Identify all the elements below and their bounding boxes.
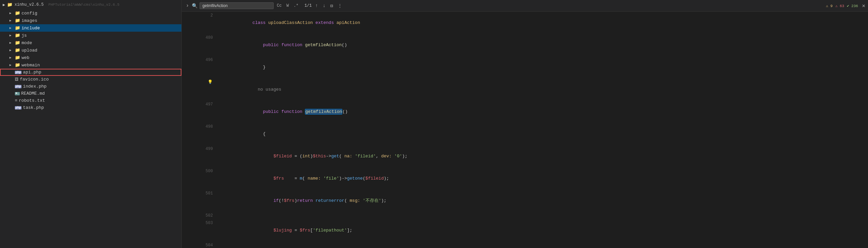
table-row: 497 public function getmfilvAction() <box>182 101 868 123</box>
sidebar-header: ▶ 📁 xinhu_v2.6.5 PHPTutorial\WWW\cms\xin… <box>0 0 181 9</box>
hint-row: 💡 no usages <box>182 79 868 101</box>
chevron-icon: ▶ <box>9 48 13 52</box>
php-badge: php <box>15 106 22 110</box>
sidebar-item-mode[interactable]: ▶ 📁 mode <box>0 39 181 47</box>
sidebar-item-api-php[interactable]: ▶ php api.php <box>0 69 181 76</box>
sidebar-item-upload[interactable]: ▶ 📁 upload <box>0 47 181 54</box>
line-number: 496 <box>182 56 218 79</box>
sidebar-item-task-php[interactable]: ▶ php task.php <box>0 104 181 111</box>
table-row: 499 $fileid = (int)$this->get( na: 'file… <box>182 145 868 167</box>
sidebar-item-favicon[interactable]: ▶ 🖼 favicon.ico <box>0 76 181 83</box>
table-row: 496 } <box>182 56 868 79</box>
ok-badge: ✔ 236 <box>847 4 858 8</box>
sidebar-item-label: js <box>22 33 27 38</box>
line-code: $frs = m( name: 'file')->getone($fileid)… <box>218 167 868 190</box>
sidebar-toggle-icon[interactable]: › <box>183 3 192 9</box>
chevron-icon: ▶ <box>9 63 13 67</box>
sidebar-item-label: README.md <box>21 91 45 96</box>
line-number: 504 <box>182 242 218 248</box>
search-icon: 🔍 <box>192 3 197 9</box>
line-number: 500 <box>182 167 218 190</box>
search-options-regex[interactable]: .* <box>292 3 300 9</box>
line-number: 480 <box>182 34 218 56</box>
prev-match-icon[interactable]: ↑ <box>314 2 319 9</box>
code-editor[interactable]: 2 class uploadClassAction extends apiAct… <box>182 12 868 248</box>
sidebar-item-readme[interactable]: ▶ M↓ README.md <box>0 90 181 97</box>
folder-icon: 📁 <box>15 62 20 68</box>
line-code: class uploadClassAction extends apiActio… <box>218 12 868 34</box>
table-row: 500 $frs = m( name: 'file')->getone($fil… <box>182 167 868 190</box>
sidebar-item-config[interactable]: ▶ 📁 config <box>0 9 181 17</box>
sidebar-item-index-php[interactable]: ▶ php index.php <box>0 83 181 90</box>
sidebar-item-include[interactable]: ▶ 📁 include <box>0 24 181 32</box>
line-code: { <box>218 123 868 145</box>
php-badge: php <box>15 71 22 74</box>
table-row: 504 if(isempt($lujing)){ <box>182 242 868 248</box>
editor-area: › 🔍 Cc W .* 1/1 ↑ ↓ ⊟ ⋮ ⚠ 9 ⚠ 63 ✔ 236 ✕ <box>182 0 868 248</box>
line-code: } <box>218 56 868 79</box>
folder-icon: 📁 <box>15 55 20 60</box>
table-row: 502 <box>182 212 868 219</box>
project-name: xinhu_v2.6.5 <box>14 2 43 7</box>
line-code: if(!$frs)return returnerror( msg: '不存在')… <box>218 190 868 212</box>
sidebar-item-label: web <box>22 55 29 60</box>
editor-search-bar: 🔍 Cc W .* 1/1 ↑ ↓ ⊟ ⋮ ⚠ 9 ⚠ 63 ✔ 236 ✕ <box>192 2 867 10</box>
filter-icon[interactable]: ⊟ <box>329 2 334 9</box>
code-table: 2 class uploadClassAction extends apiAct… <box>182 12 868 248</box>
sidebar-item-images[interactable]: ▶ 📁 images <box>0 17 181 24</box>
error-badge: ⚠ 63 <box>835 4 844 8</box>
folder-icon: 📁 <box>15 10 20 16</box>
sidebar-item-label: upload <box>22 48 37 53</box>
chevron-icon: ▶ <box>9 33 13 37</box>
close-search-icon[interactable]: ✕ <box>861 2 867 10</box>
warning-badge: ⚠ 9 <box>826 4 833 8</box>
line-code: $lujing = $frs['filepathout']; <box>218 219 868 242</box>
line-number: 499 <box>182 145 218 167</box>
sidebar-item-label: api.php <box>23 70 41 75</box>
table-row: 480 public function getmfileAction() <box>182 34 868 56</box>
folder-icon: 📁 <box>15 40 20 46</box>
chevron-icon: ▶ <box>9 11 13 15</box>
more-options-icon[interactable]: ⋮ <box>336 2 344 9</box>
expand-icon: ▶ <box>3 2 5 7</box>
line-number: 502 <box>182 212 218 219</box>
editor-tab-bar: › 🔍 Cc W .* 1/1 ↑ ↓ ⊟ ⋮ ⚠ 9 ⚠ 63 ✔ 236 ✕ <box>182 0 868 12</box>
search-options-w[interactable]: W <box>285 3 290 9</box>
line-number: 503 <box>182 219 218 242</box>
chevron-icon: ▶ <box>9 56 13 60</box>
table-row: 501 if(!$frs)return returnerror( msg: '不… <box>182 190 868 212</box>
search-options-cc[interactable]: Cc <box>276 3 283 9</box>
sidebar-item-label: include <box>22 26 40 31</box>
line-number: 498 <box>182 123 218 145</box>
hint-text: no usages <box>218 79 868 101</box>
line-code: if(isempt($lujing)){ <box>218 242 868 248</box>
line-number: 501 <box>182 190 218 212</box>
search-input[interactable] <box>199 2 274 9</box>
md-badge: M↓ <box>15 92 20 95</box>
sidebar-item-label: robots.txt <box>19 98 45 103</box>
sidebar-item-label: mode <box>22 40 32 46</box>
file-tree: ▶ 📁 xinhu_v2.6.5 PHPTutorial\WWW\cms\xin… <box>0 0 182 248</box>
next-match-icon[interactable]: ↓ <box>321 2 327 9</box>
project-path: PHPTutorial\WWW\cms\xinhu_v2.6.5 <box>49 3 120 7</box>
folder-icon: 📁 <box>15 25 20 31</box>
sidebar-item-webmain[interactable]: ▶ 📁 webmain <box>0 61 181 69</box>
line-code: $fileid = (int)$this->get( na: 'fileid',… <box>218 145 868 167</box>
table-row: 2 class uploadClassAction extends apiAct… <box>182 12 868 34</box>
match-counter: 1/1 <box>305 3 312 8</box>
folder-icon: 📁 <box>15 33 20 38</box>
sidebar-item-label: config <box>22 11 37 16</box>
sidebar-item-label: index.php <box>23 84 46 89</box>
sidebar-item-web[interactable]: ▶ 📁 web <box>0 54 181 61</box>
sidebar-item-js[interactable]: ▶ 📁 js <box>0 32 181 39</box>
line-number: 2 <box>182 12 218 34</box>
ico-icon: 🖼 <box>15 77 19 82</box>
line-code <box>218 212 868 219</box>
root-folder-icon: 📁 <box>7 2 12 7</box>
folder-icon: 📁 <box>15 18 20 23</box>
chevron-icon: ▶ <box>9 19 13 23</box>
chevron-icon: ▶ <box>9 26 13 30</box>
sidebar-item-label: favicon.ico <box>20 77 49 82</box>
php-badge: php <box>15 85 22 88</box>
sidebar-item-robots[interactable]: ▶ ≡ robots.txt <box>0 97 181 104</box>
